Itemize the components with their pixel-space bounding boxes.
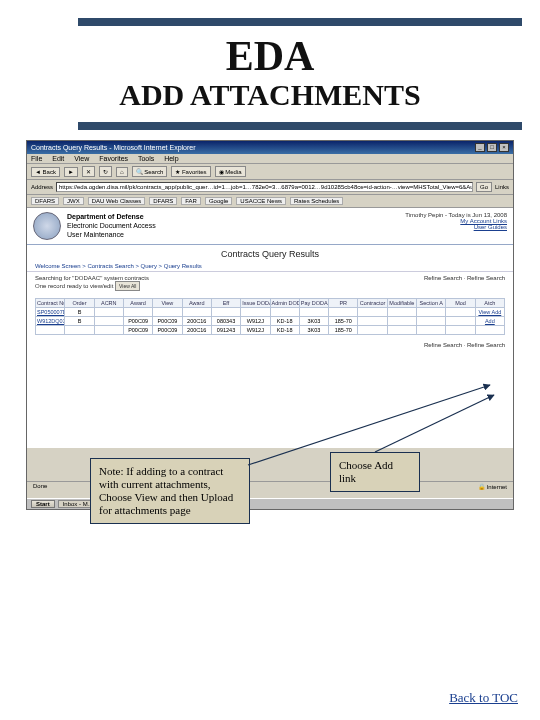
table-header-row: Contract Number Order ACRN Award View Aw… bbox=[36, 299, 505, 308]
address-bar: Address https://eda.ogden.disa.mil/pk/co… bbox=[27, 180, 513, 195]
status-line2: One record ready to view/edit bbox=[35, 283, 113, 289]
top-rule bbox=[78, 18, 522, 26]
table-row: P00C09 P00C09 200C16 091243 W912J KD-18 … bbox=[36, 326, 505, 335]
callout-add: Choose Add link bbox=[330, 452, 420, 492]
breadcrumb: Welcome Screen > Contracts Search > Quer… bbox=[27, 261, 513, 272]
go-button[interactable]: Go bbox=[476, 182, 492, 192]
table-row: SP050007D0019 B bbox=[36, 308, 505, 317]
view-all-button[interactable]: View All bbox=[115, 281, 140, 291]
close-button[interactable]: × bbox=[499, 143, 509, 152]
page-heading: Contracts Query Results bbox=[27, 249, 513, 259]
dept-line1: Department of Defense bbox=[67, 212, 156, 221]
links-toolbar: DFARS JWX DAU Web Classes DFARS FAR Goog… bbox=[27, 195, 513, 208]
table-row: W912DQ03C1A B P00C09 P00C09 200C16 08034… bbox=[36, 317, 505, 326]
home-button[interactable]: ⌂ bbox=[116, 167, 128, 177]
dept-line3: User Maintenance bbox=[67, 230, 156, 239]
maximize-button[interactable]: □ bbox=[487, 143, 497, 152]
refine-search-bottom[interactable]: Refine Search · Refine Search bbox=[424, 342, 505, 348]
menu-edit[interactable]: Edit bbox=[52, 155, 64, 162]
back-button[interactable]: ◄ Back bbox=[31, 167, 60, 177]
slide-subtitle: ADD ATTACHMENTS bbox=[18, 78, 522, 112]
address-input[interactable]: https://eda.ogden.disa.mil/pk/contracts_… bbox=[56, 182, 473, 192]
link-dfars2[interactable]: DFARS bbox=[149, 197, 177, 205]
window-titlebar: Contracts Query Results - Microsoft Inte… bbox=[27, 141, 513, 154]
menu-file[interactable]: File bbox=[31, 155, 42, 162]
dept-line2: Electronic Document Access bbox=[67, 221, 156, 230]
menu-bar: File Edit View Favorites Tools Help bbox=[27, 154, 513, 164]
back-to-toc-link[interactable]: Back to TOC bbox=[449, 690, 518, 706]
menu-help[interactable]: Help bbox=[164, 155, 178, 162]
add-link[interactable]: Add bbox=[475, 317, 504, 326]
menu-tools[interactable]: Tools bbox=[138, 155, 154, 162]
contract-link[interactable]: SP050007D0019 bbox=[36, 308, 65, 317]
forward-button[interactable]: ► bbox=[64, 167, 78, 177]
start-button[interactable]: Start bbox=[31, 500, 55, 508]
callout-note: Note: If adding to a contract with curre… bbox=[90, 458, 250, 524]
contract-link[interactable]: W912DQ03C1A bbox=[36, 317, 65, 326]
link-jwx[interactable]: JWX bbox=[63, 197, 84, 205]
window-title: Contracts Query Results - Microsoft Inte… bbox=[31, 144, 196, 151]
minimize-button[interactable]: _ bbox=[475, 143, 485, 152]
link-dau[interactable]: DAU Web Classes bbox=[88, 197, 146, 205]
address-label: Address bbox=[31, 184, 53, 190]
link-usacce[interactable]: USACCE News bbox=[236, 197, 286, 205]
user-guides-link[interactable]: User Guides bbox=[405, 224, 507, 230]
status-zone: 🔒 Internet bbox=[478, 483, 507, 490]
refine-search-top[interactable]: Refine Search · Refine Search bbox=[424, 275, 505, 291]
status-done: Done bbox=[33, 483, 47, 490]
search-button[interactable]: 🔍 Search bbox=[132, 166, 168, 177]
link-rates[interactable]: Rates Schedules bbox=[290, 197, 343, 205]
nav-toolbar: ◄ Back ► ✕ ↻ ⌂ 🔍 Search ★ Favorites ◉ Me… bbox=[27, 164, 513, 180]
menu-view[interactable]: View bbox=[74, 155, 89, 162]
results-table: Contract Number Order ACRN Award View Aw… bbox=[35, 298, 505, 335]
stop-button[interactable]: ✕ bbox=[82, 166, 95, 177]
dod-seal-icon bbox=[33, 212, 61, 240]
menu-favorites[interactable]: Favorites bbox=[99, 155, 128, 162]
page-content: Department of Defense Electronic Documen… bbox=[27, 208, 513, 448]
slide-title: EDA bbox=[18, 32, 522, 80]
link-dfars[interactable]: DFARS bbox=[31, 197, 59, 205]
media-button[interactable]: ◉ Media bbox=[215, 166, 246, 177]
favorites-button[interactable]: ★ Favorites bbox=[171, 166, 210, 177]
link-far[interactable]: FAR bbox=[181, 197, 201, 205]
link-google[interactable]: Google bbox=[205, 197, 232, 205]
mid-rule bbox=[78, 122, 522, 130]
refresh-button[interactable]: ↻ bbox=[99, 166, 112, 177]
links-label: Links bbox=[495, 184, 509, 190]
view-add-link[interactable]: View Add bbox=[475, 308, 504, 317]
embedded-screenshot: Contracts Query Results - Microsoft Inte… bbox=[26, 140, 514, 510]
